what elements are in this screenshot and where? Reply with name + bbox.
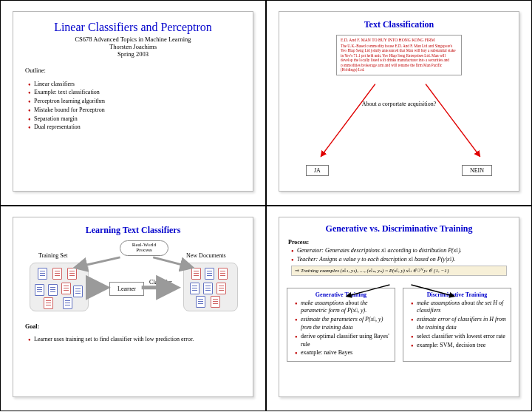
slide-3-title: Learning Text Classifiers [25, 225, 241, 236]
slide-2-title: Text Classification [291, 19, 507, 30]
process-list: Generator: Generates descriptions x⃗ acc… [291, 247, 511, 264]
list-item: derive optimal classifier using Bayes' r… [295, 333, 390, 349]
process-label: Process: [288, 239, 511, 246]
training-examples-box: ⇒ Training examples (x⃗₁, y₁), …, (x⃗ₙ, … [291, 266, 507, 276]
slide-1-title: Linear Classifiers and Perceptron [25, 21, 241, 34]
discriminative-list: make assumptions about the set H of clas… [411, 300, 506, 350]
list-item: Dual representation [28, 124, 241, 132]
learner-label: Learner [117, 286, 136, 292]
list-item: Example: text classification [28, 89, 241, 97]
slide-2: Text Classification E.D. And F. MAN TO B… [266, 0, 532, 206]
list-item: Teacher: Assigns a value y to each descr… [291, 256, 511, 264]
slide-4: Generative vs. Discriminative Training P… [266, 206, 532, 411]
training-docset [30, 263, 89, 311]
slide-3-panel: Learning Text Classifiers Real-World Pro… [13, 217, 253, 397]
list-item: Generator: Generates descriptions x⃗ acc… [291, 247, 511, 255]
newdocs-docset [183, 263, 238, 311]
generative-box: Generative Training make assumptions abo… [287, 288, 395, 362]
doc-icon [35, 284, 44, 296]
diagram: Real-World Process Training Set New Docu… [25, 240, 241, 322]
list-item: Perceptron learning algorithm [28, 98, 241, 106]
goal-list: Learner uses training set to find classi… [28, 336, 241, 344]
doc-icon [52, 268, 62, 280]
arrow-right-icon [426, 84, 480, 157]
list-item: Learner uses training set to find classi… [28, 336, 241, 344]
slide-1-term: Spring 2003 [25, 50, 241, 58]
doc-icon [48, 284, 58, 296]
slide-1-author: Thorsten Joachims [25, 43, 241, 50]
discriminative-box: Discriminative Training make assumptions… [403, 288, 511, 362]
doc-icon [44, 297, 53, 309]
discriminative-title: Discriminative Training [408, 291, 506, 298]
outline-label: Outline: [25, 67, 241, 74]
list-item: make assumptions about the parametric fo… [295, 300, 390, 316]
arrow-left-icon [321, 84, 375, 157]
outline-list: Linear classifiers Example: text classif… [28, 81, 241, 132]
classifier-label: Classifier [149, 279, 172, 286]
doc-icon [211, 296, 220, 308]
doc-icon [61, 283, 71, 294]
list-item: Linear classifiers [28, 81, 241, 89]
generative-title: Generative Training [292, 291, 390, 298]
doc-icon [216, 283, 226, 294]
doc-icon [203, 283, 213, 294]
new-docs-label: New Documents [186, 252, 226, 259]
doc-icon [190, 283, 200, 294]
slide-4-panel: Generative vs. Discriminative Training P… [279, 217, 519, 397]
doc-icon [191, 268, 201, 280]
slide-1: Linear Classifiers and Perceptron CS678 … [0, 0, 266, 206]
doc-icon [67, 268, 77, 280]
slide-grid: Linear Classifiers and Perceptron CS678 … [0, 0, 532, 412]
slide-1-course: CS678 Advanced Topics in Machine Learnin… [25, 36, 241, 43]
doc-icon [38, 268, 47, 280]
goal-label: Goal: [25, 323, 241, 330]
list-item: example: SVM, decision tree [411, 342, 506, 350]
slide-2-panel: Text Classification E.D. And F. MAN TO B… [279, 11, 519, 192]
news-body: The U.K.-Based commodity house E.D. And … [341, 44, 457, 72]
news-box: E.D. And F. MAN TO BUY INTO HONG KONG FI… [336, 35, 462, 75]
doc-icon [218, 268, 228, 280]
slide-3: Learning Text Classifiers Real-World Pro… [0, 206, 266, 411]
doc-icon [205, 268, 214, 280]
training-boxes: Generative Training make assumptions abo… [287, 288, 511, 362]
training-set-label: Training Set [38, 252, 68, 259]
realworld-node: Real-World Process [120, 240, 168, 256]
realworld-label: Real-World Process [132, 242, 156, 253]
list-item: estimate the parameters of P(x⃗, y) from… [295, 316, 390, 332]
list-item: Separation margin [28, 115, 241, 124]
list-item: example: naive Bayes [295, 349, 390, 357]
list-item: select classifier with lowest error rate [411, 333, 506, 341]
doc-icon [196, 296, 205, 308]
list-item: estimate error of classifiers in H from … [411, 316, 506, 332]
nein-box: NEIN [462, 165, 492, 176]
list-item: Mistake bound for Perceptron [28, 107, 241, 115]
slide-4-title: Generative vs. Discriminative Training [287, 223, 511, 234]
question-text: About a corportate acquisition? [291, 101, 507, 107]
generative-list: make assumptions about the parametric fo… [295, 300, 390, 358]
slide-1-panel: Linear Classifiers and Perceptron CS678 … [13, 11, 253, 192]
doc-icon [63, 297, 72, 309]
learner-node: Learner [109, 282, 144, 296]
doc-icon [73, 286, 83, 297]
list-item: make assumptions about the set H of clas… [411, 300, 506, 316]
ja-box: JA [306, 165, 329, 176]
news-headline: E.D. And F. MAN TO BUY INTO HONG KONG FI… [341, 38, 457, 43]
